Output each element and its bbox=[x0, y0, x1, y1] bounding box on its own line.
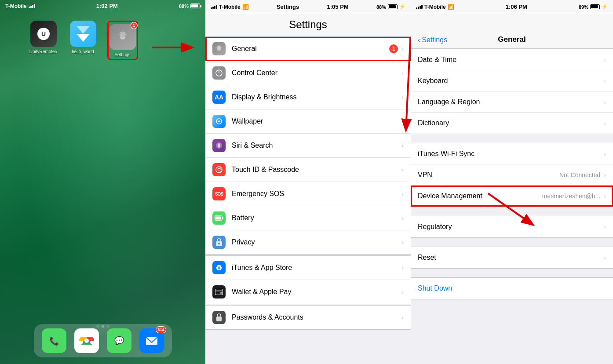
general-row-device-mgmt[interactable]: Device Management mesmerizeshen@h... › bbox=[411, 186, 613, 207]
carrier-p3: T-Mobile bbox=[424, 4, 446, 10]
bf-p2 bbox=[389, 5, 396, 8]
settings-title: Settings bbox=[289, 18, 327, 30]
siri-chevron: › bbox=[401, 142, 404, 149]
settings-row-battery[interactable]: Battery › bbox=[205, 206, 411, 230]
privacy-label: Privacy bbox=[232, 238, 401, 246]
settings-row-passwords[interactable]: Passwords & Accounts › bbox=[205, 306, 411, 329]
settings-row-general[interactable]: General 1 › bbox=[205, 37, 411, 61]
battery-icon-p3 bbox=[590, 4, 600, 9]
general-row-itunes-wifi[interactable]: iTunes Wi-Fi Sync › bbox=[411, 143, 613, 164]
general-group-4: Reset › bbox=[411, 247, 613, 269]
privacy-icon bbox=[212, 236, 226, 249]
touchid-label: Touch ID & Passcode bbox=[232, 166, 401, 174]
settings-row-touchid[interactable]: Touch ID & Passcode › bbox=[205, 158, 411, 182]
charge-p2: ⚡ bbox=[399, 4, 405, 10]
status-right-p2: 88% ⚡ bbox=[376, 4, 405, 10]
dictionary-label: Dictionary bbox=[418, 119, 604, 127]
settings-row-privacy[interactable]: Privacy › bbox=[205, 230, 411, 254]
general-row-keyboard[interactable]: Keyboard › bbox=[411, 70, 613, 91]
carrier-p2: T-Mobile bbox=[219, 4, 241, 10]
settings-row-wallet[interactable]: Wallet & Apple Pay › bbox=[205, 280, 411, 304]
itunes-icon: 🅐 bbox=[212, 261, 226, 274]
passwords-label: Passwords & Accounts bbox=[232, 313, 401, 321]
passwords-chevron: › bbox=[401, 314, 404, 321]
signal-p2 bbox=[211, 5, 217, 9]
settings-panel: T-Mobile 📶 Settings 1:05 PM 88% ⚡ Settin… bbox=[205, 0, 411, 364]
svg-text:📞: 📞 bbox=[49, 336, 59, 346]
settings-group-main: General 1 › Control Center › AA Display … bbox=[205, 36, 411, 255]
svg-text:💬: 💬 bbox=[114, 336, 124, 346]
dock: 📞 💬 314 bbox=[34, 324, 172, 357]
unity-label: UnityRemote5 bbox=[29, 49, 57, 54]
status-right-p1: 88% bbox=[179, 4, 200, 9]
battery-label: Battery bbox=[232, 214, 401, 222]
wallpaper-icon bbox=[212, 115, 226, 128]
svg-rect-34 bbox=[216, 317, 222, 321]
dock-messages[interactable]: 💬 bbox=[107, 328, 131, 353]
privacy-chevron: › bbox=[401, 239, 404, 246]
sb3 bbox=[214, 6, 215, 9]
general-row-regulatory[interactable]: Regulatory › bbox=[411, 216, 613, 237]
status-bar-panel3: T-Mobile 📶 1:06 PM 89% ⚡ bbox=[411, 0, 613, 13]
settings-row-siri[interactable]: Siri & Search › bbox=[205, 134, 411, 158]
general-row-shutdown[interactable]: Shut Down bbox=[411, 278, 613, 299]
battery-icon-p1 bbox=[190, 4, 200, 8]
general-row-datetime[interactable]: Date & Time › bbox=[411, 49, 613, 70]
status-left-p3: T-Mobile 📶 bbox=[416, 4, 454, 10]
settings-header: Settings bbox=[205, 13, 411, 36]
svg-point-23 bbox=[218, 168, 220, 171]
reset-label: Reset bbox=[418, 254, 604, 262]
app-settings-highlighted[interactable]: 1 Settings bbox=[107, 21, 138, 60]
sb2 bbox=[212, 7, 214, 9]
display-chevron: › bbox=[401, 94, 404, 101]
keyboard-label: Keyboard bbox=[418, 77, 604, 85]
svg-rect-32 bbox=[215, 290, 223, 291]
settings-label: Settings bbox=[114, 52, 130, 57]
flutter-label: hello_world bbox=[72, 49, 94, 54]
settings-row-itunes[interactable]: 🅐 iTunes & App Store › bbox=[205, 256, 411, 280]
general-row-reset[interactable]: Reset › bbox=[411, 247, 613, 268]
time-label-p2: 1:05 PM bbox=[327, 4, 349, 10]
dock-mail[interactable]: 314 bbox=[139, 328, 164, 353]
settings-row-display[interactable]: AA Display & Brightness › bbox=[205, 85, 411, 109]
control-center-icon bbox=[212, 66, 226, 80]
svg-marker-3 bbox=[77, 34, 90, 42]
battery-pct-p1: 88% bbox=[179, 4, 189, 9]
general-group-2: iTunes Wi-Fi Sync › VPN Not Connected › … bbox=[411, 143, 613, 207]
dock-chrome[interactable] bbox=[74, 328, 99, 353]
status-left-p2: T-Mobile 📶 bbox=[211, 4, 249, 10]
status-bar-panel2: T-Mobile 📶 Settings 1:05 PM 88% ⚡ bbox=[205, 0, 411, 13]
back-button[interactable]: ‹ Settings bbox=[418, 36, 447, 44]
general-title: General bbox=[498, 35, 525, 44]
settings-badge: 1 bbox=[131, 22, 138, 29]
mail-badge: 314 bbox=[156, 326, 166, 333]
passwords-icon bbox=[212, 311, 226, 324]
settings-row-wallpaper[interactable]: Wallpaper › bbox=[205, 109, 411, 134]
back-label: Settings bbox=[422, 36, 447, 44]
vpn-chevron: › bbox=[604, 171, 606, 178]
back-chevron: ‹ bbox=[418, 36, 420, 44]
unity-icon: U bbox=[30, 21, 57, 47]
signal-bars bbox=[29, 4, 35, 8]
time-label-p3: 1:06 PM bbox=[506, 4, 527, 10]
charge-p3: ⚡ bbox=[602, 4, 608, 10]
settings-row-sos[interactable]: SOS Emergency SOS › bbox=[205, 182, 411, 206]
general-row-dictionary[interactable]: Dictionary › bbox=[411, 113, 613, 134]
app-flutter[interactable]: hello_world bbox=[68, 21, 99, 60]
dock-phone[interactable]: 📞 bbox=[42, 328, 66, 353]
app-unity[interactable]: U UnityRemote5 bbox=[28, 21, 59, 60]
general-row-vpn[interactable]: VPN Not Connected › bbox=[411, 164, 613, 186]
regulatory-chevron: › bbox=[604, 223, 606, 230]
bf-p3 bbox=[591, 5, 598, 8]
sb4 bbox=[216, 5, 217, 9]
general-group-1: Date & Time › Keyboard › Language & Regi… bbox=[411, 49, 613, 134]
settings-row-control-center[interactable]: Control Center › bbox=[205, 61, 411, 85]
sb1p3 bbox=[416, 7, 417, 9]
bar4 bbox=[34, 4, 35, 8]
carrier-label: T-Mobile bbox=[5, 3, 27, 9]
status-right-p3: 89% ⚡ bbox=[579, 4, 608, 10]
bar3 bbox=[32, 5, 33, 8]
battery-row-icon bbox=[212, 211, 226, 225]
shutdown-label: Shut Down bbox=[418, 284, 452, 292]
general-row-language[interactable]: Language & Region › bbox=[411, 91, 613, 113]
